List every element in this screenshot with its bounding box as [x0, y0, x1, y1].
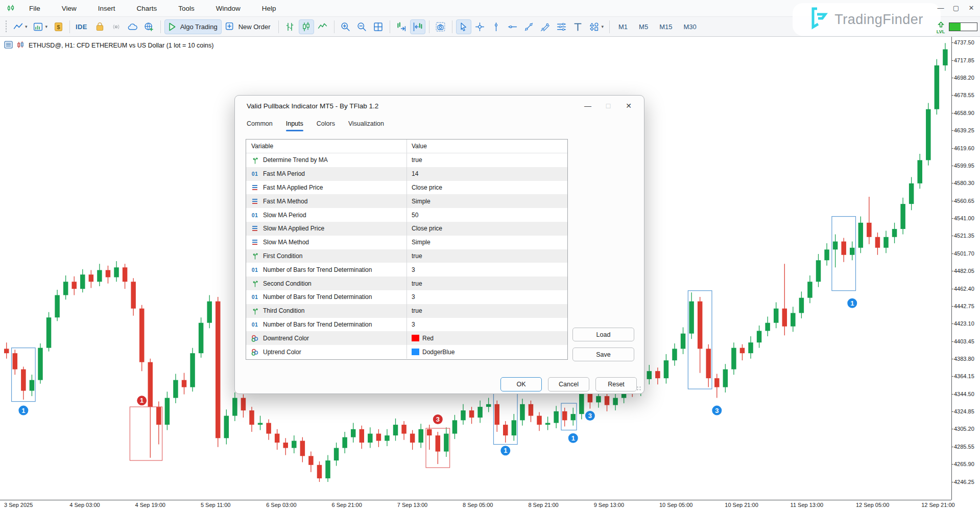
window-minimize-button[interactable]: — — [934, 2, 947, 13]
caret-down-icon: ▾ — [25, 24, 28, 29]
param-row-3[interactable]: Fast MA Applied PriceClose price — [246, 181, 567, 195]
param-value-cell[interactable]: Simple — [407, 236, 567, 249]
toolbar-drag-handle[interactable] — [5, 20, 8, 33]
chart-type-button[interactable]: ▾ — [10, 19, 30, 34]
community-button[interactable] — [141, 19, 157, 34]
algo-trading-button[interactable]: Algo Trading — [164, 19, 222, 34]
candle-body — [21, 369, 26, 391]
zoom-out-button[interactable] — [354, 19, 370, 34]
save-button[interactable]: Save — [572, 348, 634, 361]
menu-help[interactable]: Help — [251, 0, 287, 17]
param-value-cell[interactable]: 3 — [407, 318, 567, 332]
param-name-cell: Uptrend Color — [246, 345, 407, 359]
param-row-13[interactable]: 01Number of Bars for Trend Determination… — [246, 318, 567, 332]
param-row-8[interactable]: First Conditiontrue — [246, 249, 567, 263]
tile-windows-button[interactable] — [371, 19, 386, 34]
menu-tools[interactable]: Tools — [168, 0, 205, 17]
tab-inputs[interactable]: Inputs — [286, 120, 303, 130]
param-value-cell[interactable]: 3 — [407, 290, 567, 304]
candle-body — [554, 411, 559, 423]
zoom-in-button[interactable] — [338, 19, 353, 34]
param-row-1[interactable]: Determine Trend by MAtrue — [246, 153, 567, 167]
object-list-icon[interactable] — [4, 41, 13, 50]
menu-window[interactable]: Window — [205, 0, 251, 17]
param-value-cell[interactable]: true — [407, 249, 567, 263]
channel-button[interactable] — [538, 19, 553, 34]
param-row-10[interactable]: Second Conditiontrue — [246, 276, 567, 290]
screenshot-button[interactable] — [433, 19, 448, 34]
param-row-5[interactable]: 01Slow MA Period50 — [246, 208, 567, 222]
param-row-7[interactable]: Slow MA MethodSimple — [246, 236, 567, 249]
menu-file[interactable]: File — [18, 0, 51, 17]
vertical-line-button[interactable] — [489, 19, 504, 34]
horizontal-line-button[interactable] — [505, 19, 520, 34]
market-button[interactable] — [92, 19, 108, 34]
candle-chart-button[interactable] — [299, 19, 314, 34]
crosshair-button[interactable] — [472, 19, 488, 34]
time-axis[interactable]: 3 Sep 20254 Sep 03:004 Sep 19:005 Sep 11… — [0, 500, 951, 509]
window-close-button[interactable]: ✕ — [965, 2, 978, 13]
dialog-resize-grip[interactable] — [636, 386, 641, 391]
trendline-button[interactable] — [521, 19, 537, 34]
param-value-cell[interactable]: Close price — [407, 181, 567, 195]
chart-shift-button[interactable] — [410, 19, 425, 34]
bar-chart-button[interactable] — [282, 19, 298, 34]
param-row-14[interactable]: Downtrend ColorRed — [246, 331, 567, 345]
dialog-close-button[interactable]: ✕ — [618, 99, 639, 113]
param-value-cell[interactable]: 14 — [407, 167, 567, 181]
menu-insert[interactable]: Insert — [87, 0, 126, 17]
param-row-6[interactable]: Slow MA Applied PriceClose price — [246, 222, 567, 236]
new-order-button[interactable]: New Order — [223, 19, 275, 34]
signals-button[interactable] — [109, 19, 124, 34]
tab-colors[interactable]: Colors — [317, 120, 335, 130]
menu-charts[interactable]: Charts — [126, 0, 168, 17]
param-label: Slow MA Method — [263, 239, 309, 246]
timeframe-m15[interactable]: M15 — [654, 19, 677, 34]
variable-column-header[interactable]: Variable — [246, 140, 407, 153]
cloud-button[interactable] — [125, 19, 140, 34]
timeframe-m30[interactable]: M30 — [678, 19, 701, 34]
indicator-window-button[interactable]: ▾ — [31, 19, 50, 34]
menu-view[interactable]: View — [51, 0, 87, 17]
cancel-button[interactable]: Cancel — [548, 377, 589, 391]
timeframe-m5[interactable]: M5 — [634, 19, 653, 34]
param-row-12[interactable]: Third Conditiontrue — [246, 304, 567, 318]
market-watch-button[interactable]: $ — [51, 19, 66, 34]
param-value-cell[interactable]: Simple — [407, 194, 567, 208]
candle-body — [13, 353, 17, 369]
tab-visualization[interactable]: Visualization — [348, 120, 384, 130]
auto-scroll-button[interactable] — [394, 19, 409, 34]
param-value-cell[interactable]: 3 — [407, 263, 567, 276]
ide-button[interactable]: IDE — [74, 19, 91, 34]
param-row-2[interactable]: 01Fast MA Period14 — [246, 167, 567, 181]
candle-body — [655, 371, 660, 378]
param-row-9[interactable]: 01Number of Bars for Trend Determination… — [246, 263, 567, 276]
param-value-cell[interactable]: Close price — [407, 222, 567, 236]
value-column-header[interactable]: Value — [407, 140, 567, 153]
timeframe-m1[interactable]: M1 — [613, 19, 633, 34]
shapes-button[interactable]: ▾ — [587, 19, 606, 34]
param-value-cell[interactable]: DodgerBlue — [407, 345, 567, 359]
dialog-maximize-button[interactable]: □ — [598, 99, 618, 113]
line-chart-button[interactable] — [315, 19, 330, 34]
cursor-button[interactable] — [456, 19, 471, 34]
param-value-cell[interactable]: true — [407, 153, 567, 167]
reset-button[interactable]: Reset — [595, 377, 637, 391]
chart-window-icon[interactable] — [16, 41, 25, 50]
ok-button[interactable]: OK — [500, 377, 542, 391]
param-value-cell[interactable]: 50 — [407, 208, 567, 222]
load-button[interactable]: Load — [572, 328, 634, 341]
price-axis[interactable]: 4737.504717.854698.204678.554658.904639.… — [951, 37, 980, 500]
param-value-cell[interactable]: true — [407, 304, 567, 318]
text-tool-button[interactable] — [570, 19, 586, 34]
param-row-15[interactable]: Uptrend ColorDodgerBlue — [246, 345, 567, 359]
param-row-11[interactable]: 01Number of Bars for Trend Determination… — [246, 290, 567, 304]
shift-end-icon — [396, 21, 407, 32]
param-value-cell[interactable]: Red — [407, 331, 567, 345]
dialog-minimize-button[interactable]: — — [578, 99, 598, 113]
window-maximize-button[interactable]: ▢ — [949, 2, 963, 13]
param-row-4[interactable]: Fast MA MethodSimple — [246, 194, 567, 208]
param-value-cell[interactable]: true — [407, 276, 567, 290]
tab-common[interactable]: Common — [247, 120, 273, 130]
equidistant-button[interactable] — [554, 19, 569, 34]
